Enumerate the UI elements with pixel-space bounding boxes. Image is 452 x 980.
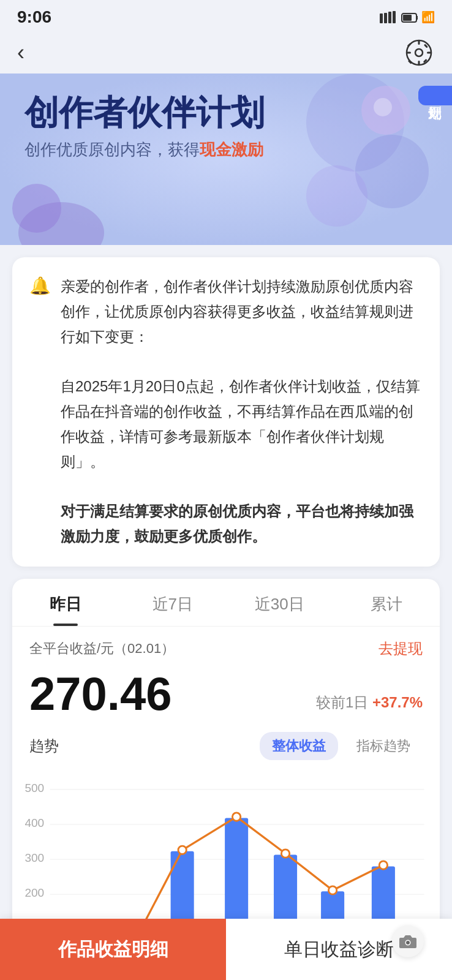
svg-rect-0 [380, 13, 383, 23]
svg-text:200: 200 [24, 886, 44, 899]
dot-7 [379, 861, 387, 869]
screenshot-button[interactable] [392, 925, 424, 957]
change-value: +37.7% [372, 694, 423, 710]
svg-point-8 [415, 49, 423, 56]
svg-point-22 [12, 184, 61, 233]
tab-30days[interactable]: 近30日 [226, 579, 333, 626]
hero-rule-tab[interactable]: 计划规则 [418, 86, 452, 105]
svg-rect-10 [418, 61, 420, 65]
tab-cumulative[interactable]: 累计 [333, 579, 440, 626]
notice-text-2: 自2025年1月20日0点起，创作者伙伴计划收益，仅结算作品在抖音端的创作收益，… [61, 378, 420, 469]
svg-point-24 [374, 98, 392, 116]
top-nav: ‹ [0, 32, 452, 74]
stats-header: 全平台收益/元（02.01） 去提现 [12, 627, 440, 665]
hero-subtitle-highlight: 现金激励 [200, 140, 263, 159]
dot-3 [178, 846, 186, 854]
trend-toggle: 整体收益 指标趋势 [260, 732, 423, 760]
svg-text:300: 300 [24, 851, 44, 864]
svg-rect-6 [403, 15, 412, 21]
svg-rect-2 [388, 12, 391, 23]
dot-4 [232, 813, 240, 821]
notice-bell-icon: 🔔 [29, 276, 51, 549]
main-value: 270.46 [29, 671, 171, 717]
hero-content: 创作者伙伴计划 创作优质原创内容，获得现金激励 [24, 92, 265, 160]
svg-rect-3 [393, 11, 396, 23]
tab-7days[interactable]: 近7日 [119, 579, 227, 626]
back-button[interactable]: ‹ [17, 42, 24, 64]
svg-point-20 [306, 165, 367, 227]
status-bar: 9:06 📶 [0, 0, 452, 32]
status-icons: 📶 [380, 10, 435, 24]
toggle-overall-revenue[interactable]: 整体收益 [260, 732, 338, 760]
settings-button[interactable] [403, 37, 435, 69]
hero-subtitle-prefix: 创作优质原创内容，获得 [24, 140, 200, 159]
notice-card: 🔔 亲爱的创作者，创作者伙伴计划持续激励原创优质内容创作，让优质原创内容获得更多… [12, 257, 440, 567]
trend-header: 趋势 整体收益 指标趋势 [12, 727, 440, 767]
svg-rect-9 [418, 40, 420, 45]
tab-yesterday[interactable]: 昨日 [12, 579, 119, 626]
toggle-index-trend[interactable]: 指标趋势 [344, 732, 423, 760]
notice-text: 亲爱的创作者，创作者伙伴计划持续激励原创优质内容创作，让优质原创内容获得更多收益… [61, 274, 423, 549]
status-time: 9:06 [17, 7, 51, 27]
svg-point-45 [406, 941, 410, 944]
svg-text:500: 500 [24, 781, 44, 794]
svg-rect-1 [384, 13, 387, 23]
change-badge: 较前1日 +37.7% [316, 693, 423, 717]
notice-text-3: 对于满足结算要求的原创优质内容，平台也将持续加强激励力度，鼓励更多优质创作。 [61, 503, 413, 545]
hero-banner: 创作者伙伴计划 创作优质原创内容，获得现金激励 计划规则 [0, 74, 452, 245]
svg-rect-11 [407, 52, 411, 54]
work-revenue-detail-button[interactable]: 作品收益明细 [0, 919, 226, 980]
camera-icon [399, 934, 416, 949]
trend-label: 趋势 [29, 736, 59, 756]
wifi-icon: 📶 [421, 10, 435, 24]
change-text: 较前1日 [316, 694, 368, 710]
main-value-row: 270.46 较前1日 +37.7% [12, 665, 440, 727]
settings-icon [405, 39, 432, 66]
dot-5 [281, 850, 289, 858]
hero-subtitle: 创作优质原创内容，获得现金激励 [24, 139, 265, 160]
stats-label: 全平台收益/元（02.01） [29, 639, 175, 658]
withdraw-button[interactable]: 去提现 [379, 639, 423, 658]
svg-rect-12 [427, 52, 431, 54]
svg-rect-5 [416, 16, 418, 20]
bottom-bar: 作品收益明细 单日收益诊断 [0, 919, 452, 980]
hero-title: 创作者伙伴计划 [24, 92, 265, 133]
dot-6 [328, 886, 336, 894]
svg-text:400: 400 [24, 816, 44, 829]
tabs-row: 昨日 近7日 近30日 累计 [12, 579, 440, 627]
notice-text-1: 亲爱的创作者，创作者伙伴计划持续激励原创优质内容创作，让优质原创内容获得更多收益… [61, 278, 413, 345]
